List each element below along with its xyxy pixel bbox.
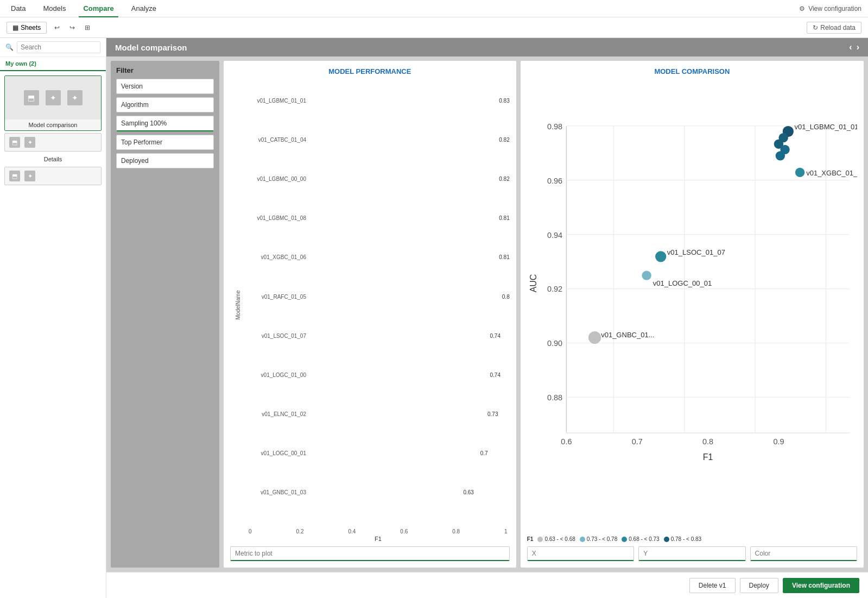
page-nav: ‹ › (849, 42, 859, 52)
delete-button[interactable]: Delete v1 (689, 578, 736, 593)
filter-algorithm[interactable]: Algorithm (116, 97, 214, 112)
undo-icon[interactable]: ↩ (51, 22, 63, 34)
x-tick: 1 (504, 528, 508, 534)
svg-text:0.98: 0.98 (547, 122, 562, 131)
legend-label-4: 0.78 - < 0.83 (671, 536, 701, 542)
sliders-icon: ⚙ (799, 5, 805, 12)
deploy-button[interactable]: Deploy (740, 578, 778, 593)
prev-page-button[interactable]: ‹ (849, 42, 852, 52)
legend-dot-3 (622, 537, 627, 542)
x-tick: 0 (249, 528, 252, 534)
bar-fill-wrap: 0.81 (308, 254, 510, 260)
svg-text:v01_LGBMC_01_01: v01_LGBMC_01_01 (794, 123, 857, 131)
bar-value: 0.81 (499, 254, 509, 260)
sheet-extra[interactable]: ⬒ ✦ (4, 167, 102, 185)
legend-label-3: 0.68 - < 0.73 (629, 536, 659, 542)
x-tick: 0.8 (452, 528, 460, 534)
bar-value: 0.74 (490, 372, 500, 378)
view-config-top[interactable]: ⚙ View configuration (799, 5, 861, 12)
bar-chart-title: MODEL PERFORMANCE (230, 67, 510, 75)
svg-text:0.6: 0.6 (561, 437, 572, 446)
bar-label: v01_LGBMC_00_00 (246, 176, 306, 182)
scatter-point-5[interactable] (775, 151, 784, 160)
legend-item-4: 0.78 - < 0.83 (664, 536, 701, 542)
bar-value: 0.73 (487, 411, 498, 417)
redo-icon[interactable]: ↪ (66, 22, 78, 34)
legend-item-1: 0.63 - < 0.68 (537, 536, 575, 542)
scatter-point-gnbc[interactable] (588, 331, 601, 344)
bar-label: v01_LGBMC_01_08 (246, 215, 306, 221)
scatter-svg: 0.98 0.96 0.94 0.92 0.90 0.88 0.6 0.7 0.… (527, 81, 857, 533)
y-axis-input[interactable] (638, 546, 745, 561)
view-config-button[interactable]: View configuration (783, 578, 859, 593)
svg-text:v01_LOGC_00_01: v01_LOGC_00_01 (652, 279, 712, 287)
metric-input[interactable] (230, 546, 510, 561)
bar-fill-wrap: 0.81 (308, 215, 510, 221)
sheet-label-1: Model comparison (5, 119, 101, 130)
legend-label-2: 0.73 - < 0.78 (587, 536, 617, 542)
nav-compare[interactable]: Compare (79, 0, 118, 17)
sheet-model-comparison[interactable]: ⬒ ✦ ✦ Model comparison (4, 75, 102, 131)
scatter-controls (527, 546, 857, 561)
bar-fill-wrap: 0.82 (308, 137, 510, 143)
bar-rows-container: v01_LGBMC_01_010.83v01_CATBC_01_040.82v0… (246, 81, 510, 528)
svg-text:0.9: 0.9 (773, 437, 784, 446)
filter-deployed[interactable]: Deployed (116, 153, 214, 168)
bar-label: v01_LOGC_01_00 (246, 372, 306, 378)
bar-fill-wrap: 0.7 (308, 450, 510, 456)
page-title: Model comparison (115, 43, 187, 52)
sheet-small-icon-extra: ⬒ (9, 171, 20, 181)
bar-row: v01_XGBC_01_060.81 (246, 238, 510, 277)
nav-items: Data Models Compare Analyze (7, 0, 161, 17)
sheet-details[interactable]: ⬒ ✦ (4, 133, 102, 152)
sheet-preview-1: ⬒ ✦ ✦ (5, 76, 101, 119)
bar-row: v01_LGBMC_01_080.81 (246, 199, 510, 238)
bar-label: v01_LOGC_00_01 (246, 450, 306, 456)
x-axis-container: 00.20.40.60.81 F1 (230, 528, 510, 542)
metric-control (230, 546, 510, 561)
sheets-button[interactable]: ▦ Sheets (7, 22, 47, 34)
content-area: Model comparison ‹ › Filter Version Algo… (106, 38, 868, 598)
scatter-chart-card: MODEL COMPARISON (521, 61, 864, 568)
nav-analyze[interactable]: Analyze (127, 0, 161, 17)
x-tick: 0.4 (348, 528, 356, 534)
color-axis-input[interactable] (750, 546, 857, 561)
filter-top-performer[interactable]: Top Performer (116, 135, 214, 150)
x-axis-input[interactable] (527, 546, 634, 561)
sheet-small-icon-puzzle: ✦ (24, 137, 35, 148)
bar-value: 0.83 (499, 98, 509, 104)
svg-text:0.7: 0.7 (631, 437, 642, 446)
svg-text:0.96: 0.96 (547, 177, 562, 185)
bar-fill-wrap: 0.73 (308, 411, 510, 417)
grid-icon: ▦ (12, 24, 18, 32)
settings-icon[interactable]: ⊞ (81, 22, 93, 34)
bar-label: v01_GNBC_01_03 (246, 489, 306, 495)
filter-panel: Filter Version Algorithm Sampling 100% T… (111, 61, 219, 568)
bar-fill-wrap: 0.8 (308, 294, 510, 300)
content-header: Model comparison ‹ › (106, 38, 868, 56)
x-tick: 0.2 (296, 528, 304, 534)
next-page-button[interactable]: › (857, 42, 859, 52)
scatter-point-logc0001[interactable] (642, 270, 651, 280)
reload-button[interactable]: ↻ Reload data (807, 22, 861, 34)
filter-title: Filter (116, 66, 214, 74)
x-ticks: 00.20.40.60.81 (246, 528, 510, 534)
scatter-point-lsoc0107[interactable] (655, 251, 666, 262)
bar-value: 0.81 (499, 215, 509, 221)
bar-label: v01_ELNC_01_02 (246, 411, 306, 417)
sheet-small-icon-export: ⬒ (9, 137, 20, 148)
sheet-icon-puzzle2: ✦ (67, 90, 83, 105)
nav-models[interactable]: Models (39, 0, 70, 17)
svg-text:0.8: 0.8 (702, 437, 713, 446)
content-body: Filter Version Algorithm Sampling 100% T… (106, 56, 868, 572)
search-input[interactable] (17, 41, 100, 53)
bar-value: 0.74 (490, 333, 500, 339)
action-bar: Delete v1 Deploy View configuration (106, 572, 868, 598)
bar-fill-wrap: 0.74 (308, 333, 510, 339)
filter-sampling[interactable]: Sampling 100% (116, 116, 214, 131)
scatter-point-xgbc0106[interactable] (795, 168, 804, 177)
filter-version[interactable]: Version (116, 79, 214, 94)
nav-data[interactable]: Data (7, 0, 30, 17)
left-panel: 🔍 My own (2) ⬒ ✦ ✦ Model comparison ⬒ ✦ … (0, 38, 106, 598)
bar-row: v01_RAFC_01_050.8 (246, 277, 510, 316)
